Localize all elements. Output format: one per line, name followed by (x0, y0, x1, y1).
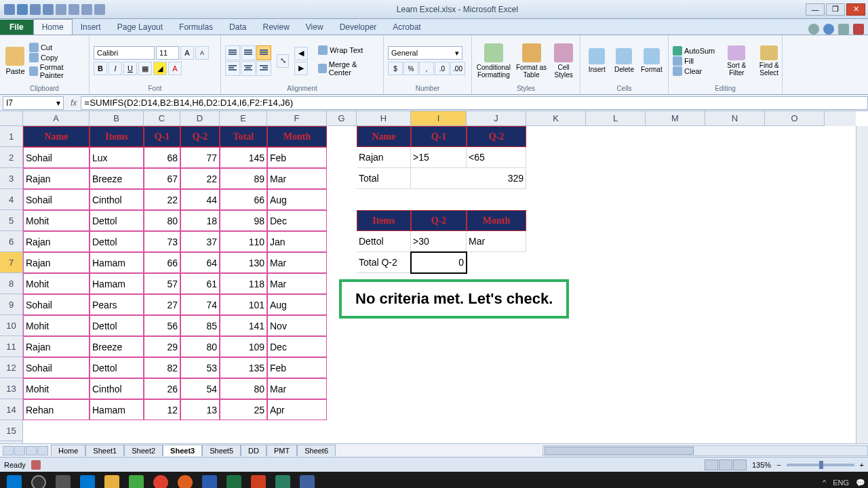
redo-icon[interactable] (43, 4, 54, 15)
row-header-15[interactable]: 15 (0, 420, 23, 441)
close-button[interactable]: ✕ (846, 3, 865, 16)
minimize-button[interactable]: — (806, 3, 825, 16)
merge-center-button[interactable]: Merge & Center (315, 58, 379, 79)
cell-D4[interactable]: 44 (180, 189, 220, 210)
qat-icon-3[interactable] (81, 4, 92, 15)
align-center-button[interactable] (241, 61, 256, 76)
cell-J6[interactable]: Mar (467, 231, 526, 252)
cell-H6[interactable]: Dettol (357, 231, 411, 252)
font-color-button[interactable]: A (168, 62, 182, 75)
col-header-C[interactable]: C (144, 111, 180, 126)
zoom-level[interactable]: 135% (752, 461, 771, 469)
cell-H3[interactable]: Total (357, 168, 411, 189)
comma-button[interactable]: , (419, 62, 434, 75)
chrome-button[interactable] (149, 473, 172, 488)
qat-icon-1[interactable] (56, 4, 66, 15)
cell-F13[interactable]: Mar (267, 378, 327, 399)
cell-D14[interactable]: 13 (180, 399, 220, 420)
cell-A1[interactable]: Name (23, 126, 90, 147)
tab-review[interactable]: Review (254, 20, 297, 35)
align-middle-button[interactable] (241, 45, 256, 60)
app-close-icon[interactable] (853, 24, 864, 35)
maximize-button[interactable]: ❐ (826, 3, 845, 16)
sheet-tab-sheet3[interactable]: Sheet3 (163, 445, 202, 456)
cell-H1[interactable]: Name (357, 126, 411, 147)
excel-taskbar-button[interactable] (222, 473, 245, 488)
col-header-I[interactable]: I (411, 111, 467, 126)
cell-C7[interactable]: 66 (144, 252, 180, 273)
decrease-decimal-button[interactable]: .00 (450, 62, 465, 75)
find-select-button[interactable]: Find & Select (754, 45, 784, 77)
cell-B11[interactable]: Breeze (90, 336, 144, 357)
italic-button[interactable]: I (108, 62, 122, 75)
row-header-7[interactable]: 7 (0, 252, 23, 273)
row-header-2[interactable]: 2 (0, 147, 23, 168)
align-left-button[interactable] (225, 61, 240, 76)
horizontal-scrollbar[interactable] (542, 445, 868, 456)
cell-I1[interactable]: Q-1 (411, 126, 467, 147)
copy-button[interactable]: Copy (29, 53, 85, 62)
cell-A13[interactable]: Mohit (23, 378, 90, 399)
autosum-button[interactable]: AutoSum (673, 46, 715, 56)
row-header-4[interactable]: 4 (0, 189, 23, 210)
cell-C14[interactable]: 12 (144, 399, 180, 420)
cell-C5[interactable]: 80 (144, 210, 180, 231)
tab-insert[interactable]: Insert (73, 20, 109, 35)
edge-button[interactable] (76, 473, 99, 488)
row-header-12[interactable]: 12 (0, 357, 23, 378)
font-size-input[interactable] (156, 46, 179, 60)
cell-H2[interactable]: Rajan (357, 147, 411, 168)
cell-J1[interactable]: Q-2 (467, 126, 526, 147)
col-header-F[interactable]: F (267, 111, 327, 126)
sheet-tab-dd[interactable]: DD (241, 445, 267, 456)
row-header-5[interactable]: 5 (0, 210, 23, 231)
col-header-B[interactable]: B (90, 111, 144, 126)
cell-J5[interactable]: Month (467, 210, 526, 231)
help-icon[interactable] (823, 24, 834, 35)
cell-A8[interactable]: Mohit (23, 273, 90, 294)
sheet-nav-last[interactable] (37, 446, 48, 455)
cell-D12[interactable]: 53 (180, 357, 220, 378)
col-header-A[interactable]: A (23, 111, 90, 126)
tab-formulas[interactable]: Formulas (171, 20, 221, 35)
cell-styles-button[interactable]: Cell Styles (551, 43, 576, 79)
cell-E12[interactable]: 135 (220, 357, 267, 378)
cell-B7[interactable]: Hamam (90, 252, 144, 273)
bold-button[interactable]: B (94, 62, 107, 75)
page-break-view-button[interactable] (733, 460, 747, 470)
clear-button[interactable]: Clear (673, 66, 715, 76)
row-header-1[interactable]: 1 (0, 126, 23, 147)
zoom-out-button[interactable]: − (776, 461, 781, 469)
tab-home[interactable]: Home (33, 19, 73, 35)
cell-F14[interactable]: Apr (267, 399, 327, 420)
qat-icon-4[interactable] (94, 4, 105, 15)
cell-C6[interactable]: 73 (144, 231, 180, 252)
cell-F4[interactable]: Aug (267, 189, 327, 210)
cell-B2[interactable]: Lux (90, 147, 144, 168)
cell-C12[interactable]: 82 (144, 357, 180, 378)
row-header-11[interactable]: 11 (0, 336, 23, 357)
align-right-button[interactable] (256, 61, 271, 76)
row-header-6[interactable]: 6 (0, 231, 23, 252)
zoom-in-button[interactable]: + (860, 461, 864, 469)
sort-filter-button[interactable]: Sort & Filter (722, 45, 751, 77)
sheet-tab-sheet5[interactable]: Sheet5 (202, 445, 241, 456)
sheet-tab-sheet1[interactable]: Sheet1 (85, 445, 124, 456)
cell-F11[interactable]: Dec (267, 336, 327, 357)
file-explorer-button[interactable] (100, 473, 123, 488)
cell-E13[interactable]: 80 (220, 378, 267, 399)
cell-C1[interactable]: Q-1 (144, 126, 180, 147)
cell-E10[interactable]: 141 (220, 315, 267, 336)
cell-A7[interactable]: Rajan (23, 252, 90, 273)
border-button[interactable]: ▦ (138, 62, 152, 75)
row-header-8[interactable]: 8 (0, 273, 23, 294)
cortana-button[interactable] (27, 473, 50, 488)
vertical-scrollbar[interactable] (856, 126, 868, 443)
undo-icon[interactable] (30, 4, 41, 15)
col-header-H[interactable]: H (357, 111, 411, 126)
cell-F3[interactable]: Mar (267, 168, 327, 189)
powerpoint-button[interactable] (247, 473, 270, 488)
cell-E6[interactable]: 110 (220, 231, 267, 252)
cell-D1[interactable]: Q-2 (180, 126, 220, 147)
shrink-font-button[interactable]: A (195, 46, 209, 60)
